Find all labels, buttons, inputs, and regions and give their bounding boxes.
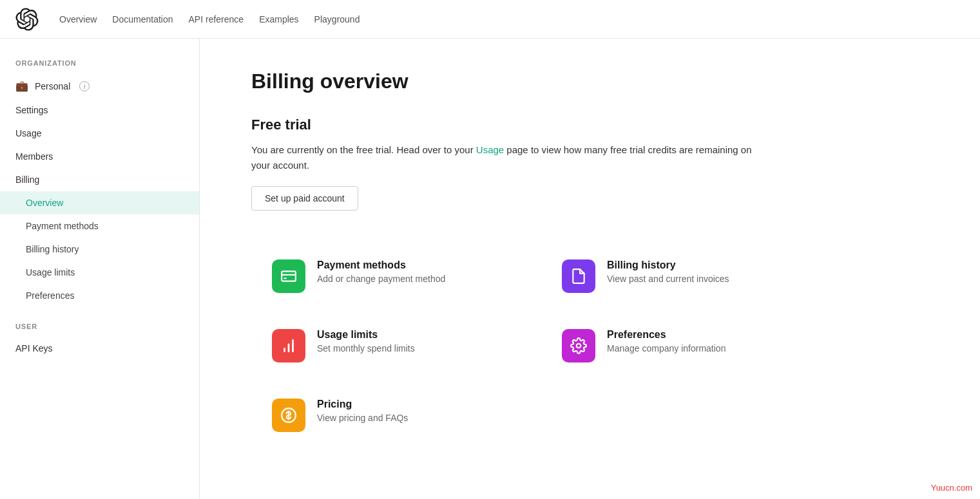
members-label: Members <box>15 151 53 162</box>
pricing-card-desc: View pricing and FAQs <box>317 413 408 423</box>
card-payment-methods[interactable]: Payment methods Add or change payment me… <box>251 241 541 311</box>
pricing-icon <box>272 399 305 432</box>
payment-methods-card-desc: Add or change payment method <box>317 274 445 284</box>
usage-label: Usage <box>15 128 41 138</box>
pricing-body: Pricing View pricing and FAQs <box>317 399 408 423</box>
sidebar-personal-label: Personal <box>35 81 70 91</box>
topnav: Overview Documentation API reference Exa… <box>0 0 980 39</box>
sidebar-item-personal[interactable]: 💼 Personal i <box>0 73 199 99</box>
overview-label: Overview <box>26 198 63 208</box>
pricing-card-title: Pricing <box>317 399 408 410</box>
page-title: Billing overview <box>251 70 928 93</box>
info-icon: i <box>79 81 90 91</box>
payment-methods-label: Payment methods <box>26 221 99 231</box>
topnav-link-examples[interactable]: Examples <box>259 12 298 27</box>
billing-history-card-desc: View past and current invoices <box>607 274 729 284</box>
sidebar-item-overview[interactable]: Overview <box>0 191 199 214</box>
preferences-label: Preferences <box>26 290 74 301</box>
payment-methods-body: Payment methods Add or change payment me… <box>317 259 445 284</box>
sidebar-item-usage-limits[interactable]: Usage limits <box>0 261 199 284</box>
payment-methods-card-title: Payment methods <box>317 259 445 271</box>
preferences-card-title: Preferences <box>607 329 725 341</box>
topnav-link-api-reference[interactable]: API reference <box>189 12 244 27</box>
sidebar-item-members[interactable]: Members <box>0 145 199 168</box>
sidebar-item-api-keys[interactable]: API Keys <box>0 337 199 360</box>
sidebar-item-payment-methods[interactable]: Payment methods <box>0 214 199 238</box>
org-section-label: ORGANIZATION <box>0 59 199 73</box>
logo-icon[interactable] <box>15 8 39 31</box>
card-billing-history[interactable]: Billing history View past and current in… <box>541 241 831 311</box>
sidebar-item-preferences[interactable]: Preferences <box>0 284 199 307</box>
usage-limits-label: Usage limits <box>26 267 75 278</box>
sidebar: ORGANIZATION 💼 Personal i Settings Usage… <box>0 39 200 499</box>
billing-history-body: Billing history View past and current in… <box>607 259 729 284</box>
free-trial-title: Free trial <box>251 117 928 133</box>
preferences-icon <box>562 329 595 362</box>
svg-rect-0 <box>282 271 296 281</box>
card-usage-limits[interactable]: Usage limits Set monthly spend limits <box>251 311 541 381</box>
card-preferences[interactable]: Preferences Manage company information <box>541 311 831 381</box>
topnav-link-documentation[interactable]: Documentation <box>112 12 173 27</box>
svg-point-6 <box>577 344 581 348</box>
topnav-link-playground[interactable]: Playground <box>314 12 360 27</box>
setup-paid-account-button[interactable]: Set up paid account <box>251 186 358 211</box>
usage-limits-icon <box>272 329 305 362</box>
api-keys-label: API Keys <box>15 343 53 353</box>
preferences-body: Preferences Manage company information <box>607 329 725 353</box>
usage-limits-card-title: Usage limits <box>317 329 415 341</box>
layout: ORGANIZATION 💼 Personal i Settings Usage… <box>0 39 980 499</box>
svg-rect-2 <box>283 278 286 279</box>
payment-methods-icon <box>272 259 305 293</box>
billing-history-label: Billing history <box>26 244 79 254</box>
billing-history-icon <box>562 259 595 293</box>
sidebar-item-settings[interactable]: Settings <box>0 99 199 122</box>
free-trial-text: You are currently on the free trial. Hea… <box>251 142 767 173</box>
briefcase-icon: 💼 <box>15 80 28 92</box>
usage-link[interactable]: Usage <box>476 144 504 155</box>
topnav-link-overview[interactable]: Overview <box>59 12 97 27</box>
main-content: Billing overview Free trial You are curr… <box>200 39 980 499</box>
usage-limits-card-desc: Set monthly spend limits <box>317 343 415 353</box>
billing-history-card-title: Billing history <box>607 259 729 271</box>
billing-cards-grid: Payment methods Add or change payment me… <box>251 241 831 450</box>
sidebar-item-usage[interactable]: Usage <box>0 122 199 145</box>
usage-limits-body: Usage limits Set monthly spend limits <box>317 329 415 353</box>
sidebar-item-billing[interactable]: Billing <box>0 168 199 191</box>
topnav-links: Overview Documentation API reference Exa… <box>59 12 360 27</box>
preferences-card-desc: Manage company information <box>607 343 725 353</box>
card-pricing[interactable]: Pricing View pricing and FAQs <box>251 381 541 450</box>
sidebar-item-billing-history[interactable]: Billing history <box>0 238 199 261</box>
settings-label: Settings <box>15 105 48 115</box>
free-trial-text-1: You are currently on the free trial. Hea… <box>251 144 476 155</box>
billing-label: Billing <box>15 174 39 185</box>
user-section-label: USER <box>0 323 199 337</box>
